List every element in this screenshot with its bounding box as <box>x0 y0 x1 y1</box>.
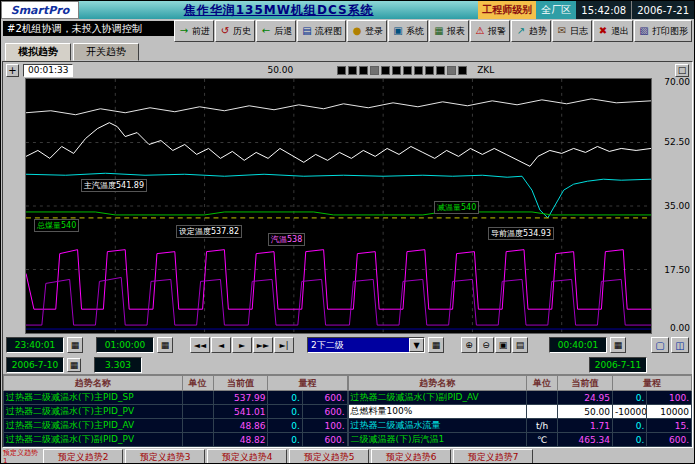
history-icon: ↺ <box>219 25 231 37</box>
rewind-button[interactable]: ◄◄ <box>190 337 210 353</box>
area-label: 全厂区 <box>536 1 576 19</box>
legend-color-swatch[interactable] <box>403 66 412 75</box>
legend-color-swatch[interactable] <box>348 66 357 75</box>
toolbar-button-print[interactable]: ▧ 打印图形 <box>634 20 692 42</box>
start-time-picker-icon[interactable]: ▦ <box>67 337 83 353</box>
legend-color-swatch[interactable] <box>337 66 346 75</box>
bottom-tab-predefined-2[interactable]: 预定义趋势2 <box>43 449 123 464</box>
cursor-value-field: 3.303 <box>94 357 142 373</box>
title-bar: SmartPro 焦作华润135MW机组DCS系统 工程师级别 全厂区 15:4… <box>1 1 694 19</box>
start-time-field[interactable]: 23:40:01 <box>6 337 64 353</box>
toolbar-button-report[interactable]: ▦ 报表 <box>429 20 469 42</box>
chart-value-tag: 主汽温度541.89 <box>81 179 147 192</box>
table-row[interactable]: 过热器二级减温水(下)主PID_SP 537.99 0. 600. <box>4 391 348 405</box>
legend-color-swatch[interactable] <box>370 66 379 75</box>
toolbar-button-forward[interactable]: → 前进 <box>174 20 214 42</box>
end-time-field[interactable]: 00:40:01 <box>549 337 607 353</box>
log-icon: ✉ <box>556 25 568 37</box>
bottom-tab-predefined-3[interactable]: 预定义趋势3 <box>125 449 205 464</box>
end-time-picker-icon[interactable]: ▦ <box>610 337 626 353</box>
chart-value-tag: 设定温度537.82 <box>176 225 242 238</box>
trend-controls-dates: 2006-7-10 ▦ 3.303 2006-7-11 <box>3 356 692 374</box>
bottom-tab-bar: 预定义趋势1 预定义趋势2 预定义趋势3 预定义趋势4 预定义趋势5 预定义趋势… <box>1 448 694 464</box>
duration-field[interactable]: 01:00:00 <box>96 337 154 353</box>
trend-plot[interactable]: 主汽温度541.89 总煤量540 设定温度537.82 汽温538 减温量54… <box>25 78 652 334</box>
table-row[interactable]: 过热器二级减温水(下)主PID_AV 48.86 0. 100. <box>4 419 348 433</box>
play-button[interactable]: ► <box>232 337 252 353</box>
step-back-button[interactable]: ◄ <box>211 337 231 353</box>
trend-controls: 23:40:01 ▦ 01:00:00 ▦ ◄◄ ◄ ► ►► ►| 2下二级 … <box>3 334 692 356</box>
table-row-selected[interactable]: 总燃料量100% 50.00 -10000 10000 <box>348 405 692 419</box>
toolbar: → 前进 ↺ 历史 ← 后退 ▤ 流程图 ● 登录 ▣ 系统 <box>174 20 692 42</box>
toolbar-button-login[interactable]: ● 登录 <box>347 20 387 42</box>
duration-picker-icon[interactable]: ▦ <box>157 337 173 353</box>
end-date-group: 2006-7-11 <box>589 357 647 373</box>
print-icon: ▧ <box>638 25 650 37</box>
fast-forward-button[interactable]: ►► <box>253 337 273 353</box>
table-row[interactable]: 二级减温器(下)后汽温1 ℃ 465.34 0. 600. <box>348 433 692 447</box>
table-row[interactable]: 过热器二级减温水(下)副PID_PV 48.82 0. 600. <box>4 433 348 447</box>
table-row[interactable]: 过热器二级减温水(下)副PID_AV 24.95 0. 100. <box>348 391 692 405</box>
toolbar-button-history[interactable]: ↺ 历史 <box>215 20 255 42</box>
toolbar-button-log[interactable]: ✉ 日志 <box>552 20 592 42</box>
save-icon[interactable]: ▣ <box>495 337 511 353</box>
start-date-picker-icon[interactable]: ▦ <box>67 358 81 372</box>
status-message: #2机组协调，未投入协调控制 <box>3 21 174 36</box>
tab-analog-trend[interactable]: 模拟趋势 <box>5 43 71 61</box>
print-chart-icon[interactable]: ▤ <box>512 337 528 353</box>
bottom-tab-predefined-6[interactable]: 预定义趋势6 <box>371 449 451 464</box>
chart-value-tag: 减温量540 <box>434 201 479 214</box>
toolbar-button-alarm[interactable]: ⚠ 报警 <box>470 20 510 42</box>
legend-color-swatch[interactable] <box>425 66 434 75</box>
current-trend-label: 预定义趋势1 <box>1 449 43 464</box>
y-axis-label: 52.50 <box>664 137 690 147</box>
new-trend-icon[interactable]: ▢ <box>651 337 669 353</box>
legend-color-swatch[interactable] <box>458 66 467 75</box>
grid-toggle-icon[interactable]: ▦ <box>428 337 444 353</box>
expand-button[interactable]: + <box>6 64 19 77</box>
toolbar-button-flowchart[interactable]: ▤ 流程图 <box>297 20 346 42</box>
trend-data-tables: 趋势名称 单位 当前值 量程 过热器二级减温水(下)主PID_SP 537.99… <box>3 374 692 447</box>
date-display: 2006-7-21 <box>631 1 694 19</box>
trend-icon: ↗ <box>515 25 527 37</box>
zoom-in-icon[interactable]: ⊕ <box>461 337 477 353</box>
chart-options-button[interactable]: □ <box>675 64 689 77</box>
bottom-tab-predefined-4[interactable]: 预定义趋势4 <box>207 449 287 464</box>
toolbar-button-exit[interactable]: ✖ 退出 <box>593 20 633 42</box>
open-trend-icon[interactable]: ◫ <box>671 337 689 353</box>
trend-group-value: 2下二级 <box>308 338 409 352</box>
dcs-window: SmartPro 焦作华润135MW机组DCS系统 工程师级别 全厂区 15:4… <box>0 0 695 464</box>
chart-row: 主汽温度541.89 总煤量540 设定温度537.82 汽温538 减温量54… <box>3 78 692 334</box>
zoom-out-icon[interactable]: ⊖ <box>478 337 494 353</box>
chart-center-value: 50.00 <box>267 65 293 75</box>
trend-group-combo[interactable]: 2下二级 ▼ <box>307 337 425 353</box>
combo-dropdown-icon[interactable]: ▼ <box>409 338 424 352</box>
chart-left-gutter <box>3 78 25 334</box>
go-to-end-button[interactable]: ►| <box>274 337 294 353</box>
title-strip: 焦作华润135MW机组DCS系统 <box>79 1 478 19</box>
bottom-tab-predefined-5[interactable]: 预定义趋势5 <box>289 449 369 464</box>
chart-value-tag: 汽温538 <box>268 233 305 246</box>
toolbar-button-back[interactable]: ← 后退 <box>256 20 296 42</box>
table-row[interactable]: 过热器二级减温水流量 t/h 1.71 0. 15. <box>348 419 692 433</box>
toolbar-button-system[interactable]: ▣ 系统 <box>388 20 428 42</box>
legend-color-swatch[interactable] <box>447 66 456 75</box>
legend-color-swatch[interactable] <box>414 66 423 75</box>
trend-lines-svg <box>26 79 651 333</box>
legend-color-swatch[interactable] <box>381 66 390 75</box>
system-icon: ▣ <box>392 25 404 37</box>
bottom-tab-predefined-7[interactable]: 预定义趋势7 <box>453 449 533 464</box>
start-date-field[interactable]: 2006-7-10 <box>6 357 64 373</box>
table-row[interactable]: 过热器二级减温水(下)主PID_PV 541.01 0. 600. <box>4 405 348 419</box>
playback-controls: ◄◄ ◄ ► ►► ►| <box>190 337 294 353</box>
end-date-field[interactable]: 2006-7-11 <box>589 357 647 373</box>
alarm-icon: ⚠ <box>474 25 486 37</box>
tab-digital-trend[interactable]: 开关趋势 <box>73 43 139 61</box>
toolbar-button-trend[interactable]: ↗ 趋势 <box>511 20 551 42</box>
legend-color-swatch[interactable] <box>359 66 368 75</box>
legend-color-swatch[interactable] <box>436 66 445 75</box>
chart-value-tag: 总煤量540 <box>34 219 79 232</box>
legend-label: ZKL <box>477 65 494 75</box>
clock-display: 15:42:08 <box>576 1 631 19</box>
legend-color-swatch[interactable] <box>392 66 401 75</box>
